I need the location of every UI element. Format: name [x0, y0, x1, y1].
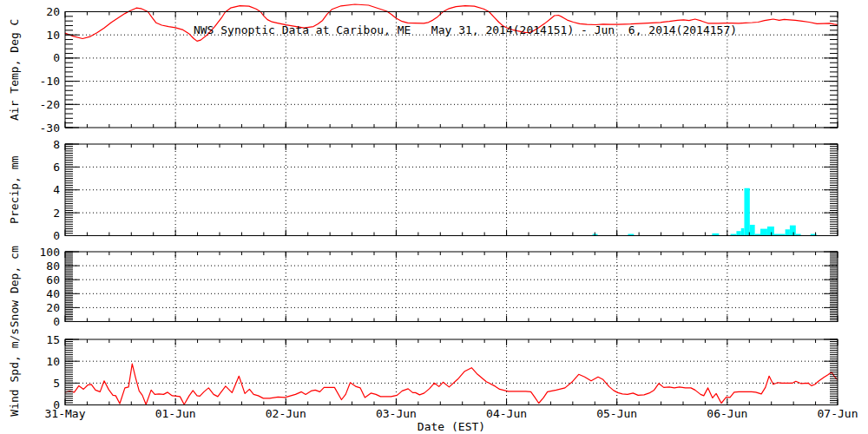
- y-tick-label: 10: [46, 29, 60, 42]
- y-tick-label: -20: [40, 98, 60, 111]
- y-tick-label: 20: [46, 301, 60, 314]
- x-tick-label: 31-May: [45, 407, 86, 420]
- y-axis-label-snow-depth: Snow Dep, cm: [8, 246, 21, 327]
- precip-bar: [750, 225, 755, 236]
- y-tick-label: 0: [53, 51, 60, 64]
- x-tick-label: 01-Jun: [155, 407, 196, 420]
- y-tick-label: 20: [46, 5, 60, 18]
- axis-ticks: [65, 252, 838, 322]
- y-tick-label: -30: [40, 122, 60, 135]
- synoptic-chart: -30-20-1001020Air Temp, Deg C02468Precip…: [0, 0, 868, 434]
- x-tick-label: 02-Jun: [266, 407, 306, 420]
- y-axis-label-precip: Precip, mm: [8, 155, 21, 223]
- x-tick-label: 06-Jun: [707, 407, 747, 420]
- wind-speed-line: [65, 364, 838, 404]
- x-tick-label: 05-Jun: [596, 407, 637, 420]
- panel-frame: [65, 252, 838, 322]
- y-tick-label: 5: [53, 377, 60, 390]
- chart-title: NWS Synoptic Data at Caribou, ME May 31,…: [194, 23, 737, 36]
- y-tick-label: 10: [46, 355, 60, 368]
- y-tick-label: 80: [46, 260, 60, 273]
- y-tick-label: 0: [53, 229, 60, 242]
- y-tick-label: 2: [53, 207, 60, 220]
- precip-bar: [767, 227, 774, 236]
- panel-wind-speed: 051015Wind Spd, m/s: [8, 328, 838, 417]
- y-tick-label: 15: [46, 333, 60, 346]
- y-tick-label: 4: [53, 183, 60, 196]
- axis-ticks: [65, 339, 838, 405]
- y-tick-label: 6: [53, 161, 60, 174]
- panel-frame: [65, 339, 838, 405]
- panel-precip: 02468Precip, mm: [8, 138, 838, 243]
- x-tick-label: 03-Jun: [376, 407, 417, 420]
- x-tick-labels: 31-May01-Jun02-Jun03-Jun04-Jun05-Jun06-J…: [45, 407, 858, 420]
- x-tick-label: 07-Jun: [818, 407, 858, 420]
- x-axis-label: Date (EST): [418, 420, 485, 433]
- y-tick-label: 100: [40, 246, 60, 259]
- y-tick-label: 8: [53, 138, 60, 151]
- precip-bar: [744, 188, 749, 236]
- panels-group: -30-20-1001020Air Temp, Deg C02468Precip…: [8, 4, 858, 420]
- precip-bar: [790, 226, 796, 236]
- precip-bar: [786, 229, 790, 235]
- y-tick-label: 0: [53, 315, 60, 328]
- synoptic-plot-figure: -30-20-1001020Air Temp, Deg C02468Precip…: [0, 0, 868, 434]
- precip-bar: [741, 228, 745, 236]
- x-tick-label: 04-Jun: [486, 407, 527, 420]
- panel-snow-depth: 020406080100Snow Dep, cm: [8, 246, 838, 329]
- y-tick-label: 60: [46, 273, 60, 286]
- precip-bar: [760, 229, 767, 236]
- y-axis-label-air-temp: Air Temp, Deg C: [8, 19, 21, 121]
- y-axis-label-wind-speed: Wind Spd, m/s: [8, 328, 21, 417]
- precip-bar: [736, 231, 740, 235]
- y-tick-label: -10: [40, 75, 60, 88]
- y-tick-label: 40: [46, 287, 60, 300]
